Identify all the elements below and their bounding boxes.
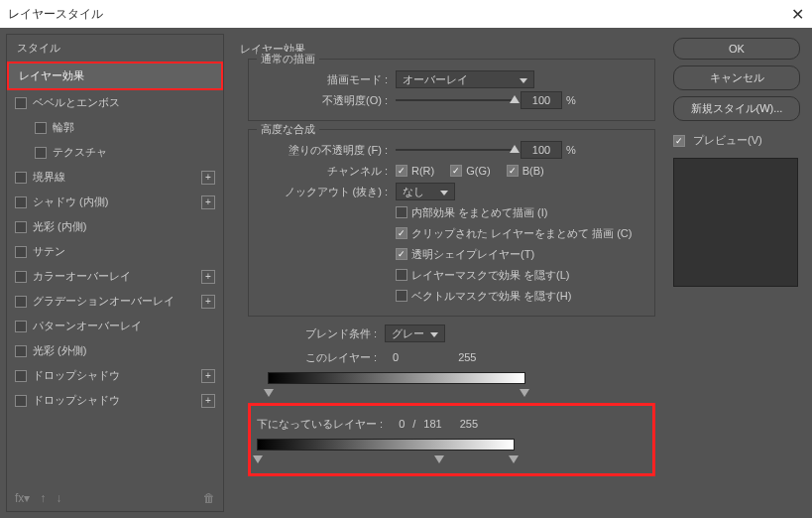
blend-mode-label: 描画モード : xyxy=(259,72,388,87)
fill-opacity-input[interactable] xyxy=(521,141,562,159)
sidebar-item-label: サテン xyxy=(33,244,65,259)
adv-check-label: 内部効果 をまとめて描画 (I) xyxy=(411,205,548,220)
preview-label: プレビュー(V) xyxy=(693,133,762,148)
blend-if-select[interactable]: グレー xyxy=(385,324,445,342)
cancel-button[interactable]: キャンセル xyxy=(673,65,800,90)
adv-check-4[interactable] xyxy=(396,290,407,302)
plus-icon[interactable]: + xyxy=(201,171,215,185)
this-layer-label: このレイヤー : xyxy=(248,350,377,365)
window-title: レイヤースタイル xyxy=(8,6,103,23)
ok-button[interactable]: OK xyxy=(673,38,800,60)
plus-icon[interactable]: + xyxy=(201,394,215,408)
trash-icon[interactable]: 🗑 xyxy=(203,491,215,505)
sidebar-checkbox[interactable] xyxy=(15,97,27,109)
sidebar-item-10[interactable]: 光彩 (外側) xyxy=(7,338,223,363)
sidebar-checkbox[interactable] xyxy=(15,370,27,382)
sidebar-selected-layer-effects[interactable]: レイヤー効果 xyxy=(7,62,223,90)
arrow-down-icon[interactable]: ↓ xyxy=(56,491,61,505)
sidebar-item-label: 光彩 (内側) xyxy=(33,219,86,234)
sidebar-item-7[interactable]: カラーオーバーレイ+ xyxy=(7,264,223,289)
preview-swatch xyxy=(673,158,798,287)
sidebar-item-1[interactable]: 輪郭 xyxy=(7,115,223,140)
sidebar-item-2[interactable]: テクスチャ xyxy=(7,140,223,165)
adv-check-label: 透明シェイプレイヤー(T) xyxy=(411,247,534,262)
layer-effects-panel: レイヤー効果 通常の描画 描画モード : オーバーレイ 不透明度(O) : % … xyxy=(224,34,667,512)
opacity-slider[interactable] xyxy=(396,99,515,101)
this-layer-gradient[interactable] xyxy=(268,372,525,384)
adv-check-label: レイヤーマスクで効果 を隠す(L) xyxy=(411,268,570,283)
sidebar-checkbox[interactable] xyxy=(15,296,27,308)
knockout-select[interactable]: なし xyxy=(396,183,455,200)
sidebar-item-0[interactable]: ベベルとエンボス xyxy=(7,90,223,115)
underlying-layer-gradient[interactable] xyxy=(257,439,515,451)
sidebar-checkbox[interactable] xyxy=(15,321,27,332)
styles-sidebar: スタイル レイヤー効果 ベベルとエンボス輪郭テクスチャ境界線+シャドウ (内側)… xyxy=(6,34,224,512)
adv-check-2[interactable] xyxy=(396,248,407,260)
sidebar-item-5[interactable]: 光彩 (内側) xyxy=(7,214,223,239)
sidebar-item-label: カラーオーバーレイ xyxy=(33,269,131,284)
sidebar-item-label: テクスチャ xyxy=(53,145,107,160)
sidebar-item-12[interactable]: ドロップシャドウ+ xyxy=(7,388,223,413)
opacity-input[interactable] xyxy=(521,91,562,109)
sidebar-header: スタイル xyxy=(7,35,223,62)
adv-check-0[interactable] xyxy=(396,206,407,218)
sidebar-checkbox[interactable] xyxy=(15,246,27,258)
advanced-blend-title: 高度な合成 xyxy=(257,122,319,137)
adv-check-label: クリップされた レイヤーをまとめて 描画 (C) xyxy=(411,226,632,241)
opacity-label: 不透明度(O) : xyxy=(259,93,388,108)
new-style-button[interactable]: 新規スタイル(W)... xyxy=(673,96,800,121)
sidebar-checkbox[interactable] xyxy=(15,271,27,283)
blend-if-label: ブレンド条件 : xyxy=(248,326,377,341)
normal-blend-title: 通常の描画 xyxy=(257,52,319,66)
percent-label: % xyxy=(566,94,576,106)
sidebar-item-label: パターンオーバーレイ xyxy=(33,319,142,333)
sidebar-item-label: グラデーションオーバーレイ xyxy=(33,294,174,309)
plus-icon[interactable]: + xyxy=(201,270,215,284)
fx-icon[interactable]: fx▾ xyxy=(15,491,30,505)
knockout-label: ノックアウト (抜き) : xyxy=(259,185,388,199)
plus-icon[interactable]: + xyxy=(201,195,215,209)
sidebar-item-label: シャドウ (内側) xyxy=(33,194,108,209)
sidebar-item-8[interactable]: グラデーションオーバーレイ+ xyxy=(7,289,223,314)
action-column: OK キャンセル 新規スタイル(W)... プレビュー(V) xyxy=(667,34,806,512)
sidebar-item-11[interactable]: ドロップシャドウ+ xyxy=(7,363,223,388)
sidebar-checkbox[interactable] xyxy=(15,395,27,407)
plus-icon[interactable]: + xyxy=(201,295,215,309)
sidebar-footer: fx▾ ↑ ↓ 🗑 xyxy=(7,485,223,511)
sidebar-checkbox[interactable] xyxy=(35,122,47,134)
channel-r-checkbox[interactable] xyxy=(396,165,407,177)
sidebar-item-label: 輪郭 xyxy=(53,120,74,135)
sidebar-checkbox[interactable] xyxy=(15,221,27,233)
sidebar-item-9[interactable]: パターンオーバーレイ xyxy=(7,314,223,338)
underlying-layer-label: 下になっているレイヤー : xyxy=(257,417,383,432)
close-icon[interactable]: ✕ xyxy=(791,5,804,24)
adv-check-3[interactable] xyxy=(396,269,407,281)
titlebar: レイヤースタイル ✕ xyxy=(0,0,812,28)
sidebar-item-3[interactable]: 境界線+ xyxy=(7,165,223,190)
adv-check-1[interactable] xyxy=(396,227,407,239)
preview-checkbox[interactable] xyxy=(673,135,685,147)
plus-icon[interactable]: + xyxy=(201,369,215,383)
sidebar-item-label: 光彩 (外側) xyxy=(33,343,86,358)
fill-opacity-label: 塗りの不透明度 (F) : xyxy=(259,143,388,158)
sidebar-item-label: ベベルとエンボス xyxy=(33,95,120,110)
sidebar-item-label: 境界線 xyxy=(33,170,65,185)
underlying-layer-highlight: 下になっているレイヤー : 0 / 181 255 xyxy=(248,403,655,476)
sidebar-item-4[interactable]: シャドウ (内側)+ xyxy=(7,190,223,214)
blend-mode-select[interactable]: オーバーレイ xyxy=(396,70,534,88)
channel-g-checkbox[interactable] xyxy=(450,165,462,177)
channel-b-checkbox[interactable] xyxy=(507,165,519,177)
sidebar-item-label: ドロップシャドウ xyxy=(33,368,120,383)
sidebar-checkbox[interactable] xyxy=(35,147,47,159)
sidebar-item-6[interactable]: サテン xyxy=(7,239,223,264)
percent-label-2: % xyxy=(566,144,576,156)
sidebar-checkbox[interactable] xyxy=(15,345,27,357)
sidebar-checkbox[interactable] xyxy=(15,196,27,208)
fill-opacity-slider[interactable] xyxy=(396,149,515,151)
sidebar-item-label: ドロップシャドウ xyxy=(33,393,120,408)
arrow-up-icon[interactable]: ↑ xyxy=(40,491,46,505)
adv-check-label: ベクトルマスクで効果 を隠す(H) xyxy=(411,289,571,304)
channels-label: チャンネル : xyxy=(259,164,388,179)
sidebar-checkbox[interactable] xyxy=(15,172,27,184)
